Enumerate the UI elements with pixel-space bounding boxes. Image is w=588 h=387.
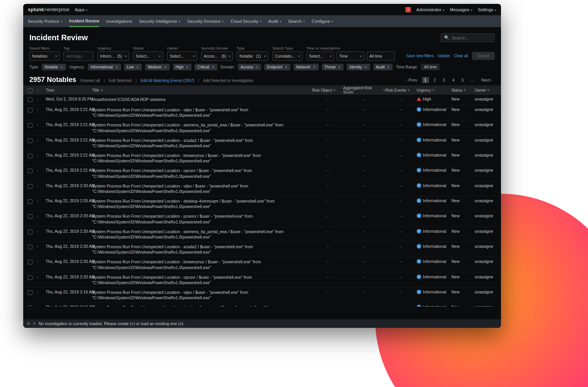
expand-row-icon[interactable]: › <box>37 274 46 279</box>
col-risk-object[interactable]: Risk Object⇅ <box>312 88 343 92</box>
alert-badge-icon[interactable]: ! <box>405 7 411 12</box>
col-title[interactable]: Title⇅ <box>92 88 312 92</box>
filter-chip[interactable]: Informational✕ <box>88 64 121 70</box>
status-select[interactable]: Select...▾ <box>133 51 163 61</box>
add-to-investigation-link[interactable]: Add Selected to Investigation <box>203 78 253 83</box>
expand-row-icon[interactable]: › <box>37 122 46 127</box>
col-owner[interactable]: Owner⇅ <box>475 88 498 92</box>
expand-row-icon[interactable]: › <box>37 97 46 101</box>
remove-chip-icon[interactable]: ✕ <box>164 65 167 69</box>
search-type-select[interactable]: Correlatio...▾ <box>272 51 303 61</box>
filter-chip[interactable]: Threat✕ <box>322 64 344 70</box>
expand-row-icon[interactable]: › <box>37 153 46 157</box>
filter-chip[interactable]: Endpoint✕ <box>264 64 290 70</box>
remove-chip-icon[interactable]: ✕ <box>186 65 189 69</box>
row-checkbox[interactable] <box>28 169 32 173</box>
all-time-select[interactable]: All time <box>367 51 395 61</box>
urgency-select[interactable]: Inform...(5)▾ <box>97 51 129 61</box>
row-checkbox[interactable] <box>28 184 32 189</box>
unselect-all-link[interactable]: Unselect all <box>80 78 100 83</box>
col-urgency[interactable]: Urgency⇅ <box>417 88 451 92</box>
update-link[interactable]: Update <box>438 54 450 58</box>
pager-page[interactable]: 4 <box>450 77 457 83</box>
domain-select[interactable]: Access...(6)▾ <box>201 51 233 61</box>
nav-security-intelligence[interactable]: Security Intelligence <box>139 15 180 27</box>
row-checkbox[interactable] <box>28 275 32 280</box>
owner-select[interactable]: Select...▾ <box>167 51 197 61</box>
row-checkbox[interactable] <box>28 290 32 295</box>
filter-chip[interactable]: High✕ <box>173 64 192 70</box>
saved-filters-select[interactable]: Notables▾ <box>29 51 60 61</box>
col-time[interactable]: Time <box>46 88 92 92</box>
expand-row-icon[interactable]: › <box>37 198 46 203</box>
remove-chip-icon[interactable]: ✕ <box>255 65 258 69</box>
remove-chip-icon[interactable]: ✕ <box>212 65 215 69</box>
row-checkbox[interactable] <box>28 199 32 204</box>
row-checkbox[interactable] <box>28 260 32 264</box>
tag-input[interactable]: Add tags... <box>63 51 94 61</box>
assoc-select[interactable]: Select...▾ <box>306 51 334 61</box>
expand-row-icon[interactable]: › <box>37 244 46 249</box>
submit-button[interactable]: Submit <box>472 52 495 60</box>
remove-chip-icon[interactable]: ✕ <box>338 65 341 69</box>
remove-chip-icon[interactable]: ✕ <box>60 65 63 69</box>
remove-chip-icon[interactable]: ✕ <box>136 65 139 69</box>
search-input[interactable] <box>452 36 491 40</box>
edit-selected-link[interactable]: Edit Selected <box>109 78 132 83</box>
expand-row-icon[interactable]: › <box>37 183 46 188</box>
expand-row-icon[interactable]: › <box>37 107 46 112</box>
filter-chip[interactable]: Notable✕ <box>42 64 66 70</box>
filter-chip[interactable]: Access✕ <box>238 64 261 70</box>
filter-chip[interactable]: Network✕ <box>294 64 319 70</box>
apps-menu[interactable]: Apps <box>75 7 87 12</box>
nav-search[interactable]: Search <box>288 15 305 27</box>
row-checkbox[interactable] <box>28 108 32 113</box>
expand-row-icon[interactable]: › <box>37 168 46 172</box>
pager-page[interactable]: 2 <box>431 77 438 83</box>
filter-chip[interactable]: Low✕ <box>124 64 142 70</box>
expand-row-icon[interactable]: › <box>37 229 46 234</box>
save-filters-link[interactable]: Save new filters <box>406 54 434 58</box>
type-select[interactable]: Notable(1)▾ <box>237 51 268 61</box>
expand-row-icon[interactable]: › <box>37 305 46 307</box>
remove-chip-icon[interactable]: ✕ <box>387 65 390 69</box>
expand-row-icon[interactable]: › <box>37 138 46 142</box>
nav-cloud-security[interactable]: Cloud Security <box>231 15 262 27</box>
nav-security-domains[interactable]: Security Domains <box>187 15 224 27</box>
nav-security-posture[interactable]: Security Posture <box>28 15 62 27</box>
row-checkbox[interactable] <box>28 138 32 143</box>
pager-page[interactable]: 1 <box>422 77 429 83</box>
row-checkbox[interactable] <box>28 245 32 249</box>
nav-incident-review[interactable]: Incident Review <box>69 15 99 27</box>
nav-configure[interactable]: Configure <box>312 15 333 27</box>
row-checkbox[interactable] <box>28 97 32 102</box>
pager-prev[interactable]: ‹ Prev <box>404 77 420 83</box>
list-icon[interactable]: ≡ <box>27 321 30 326</box>
select-all-checkbox[interactable] <box>28 88 32 93</box>
time-select[interactable]: Time▾ <box>337 51 364 61</box>
expand-row-icon[interactable]: › <box>37 259 46 264</box>
edit-all-link[interactable]: Edit All Matching Events (2957) <box>140 78 194 83</box>
plus-icon[interactable]: + <box>33 321 36 326</box>
filter-chip[interactable]: Medium✕ <box>145 64 170 70</box>
remove-chip-icon[interactable]: ✕ <box>285 65 288 69</box>
expand-row-icon[interactable]: › <box>37 213 46 218</box>
settings-menu[interactable]: Settings <box>478 7 496 12</box>
nav-investigations[interactable]: Investigations <box>106 15 132 27</box>
administrator-menu[interactable]: Administrator <box>416 7 444 12</box>
row-checkbox[interactable] <box>28 153 32 158</box>
filter-chip[interactable]: Audit✕ <box>373 64 393 70</box>
search-box[interactable]: 🔍 <box>441 33 495 42</box>
row-checkbox[interactable] <box>28 305 32 307</box>
col-status[interactable]: Status⇅ <box>451 88 475 92</box>
remove-chip-icon[interactable]: ✕ <box>313 65 316 69</box>
pager-page[interactable]: 5 <box>459 77 466 83</box>
messages-menu[interactable]: Messages <box>450 7 472 12</box>
expand-row-icon[interactable]: › <box>37 290 46 294</box>
row-checkbox[interactable] <box>28 230 32 234</box>
pager-next[interactable]: Next › <box>479 77 495 83</box>
col-risk-events[interactable]: Risk Events⇅ <box>386 88 417 92</box>
clear-all-link[interactable]: Clear all <box>454 54 468 58</box>
remove-chip-icon[interactable]: ✕ <box>115 65 118 69</box>
row-checkbox[interactable] <box>28 214 32 219</box>
